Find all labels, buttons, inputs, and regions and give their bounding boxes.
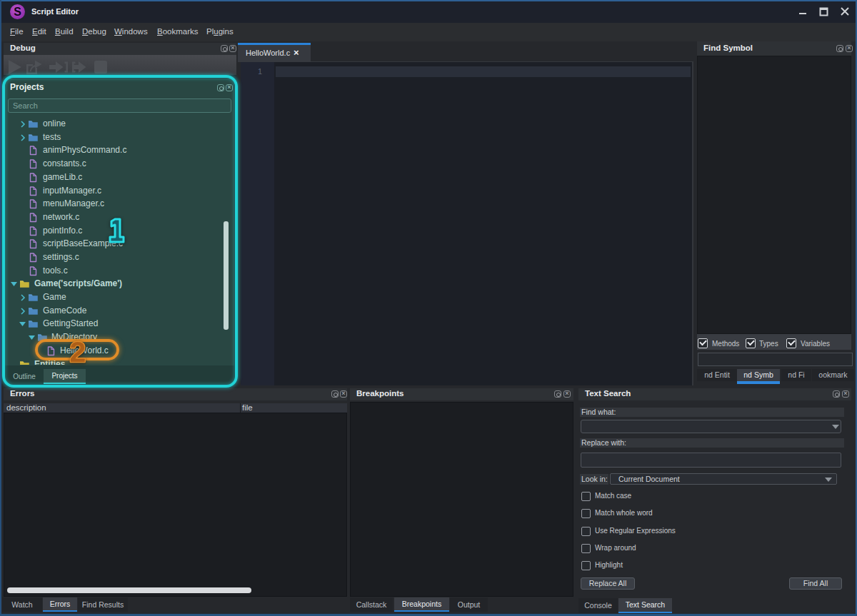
svg-text:2: 2 [70, 337, 86, 367]
